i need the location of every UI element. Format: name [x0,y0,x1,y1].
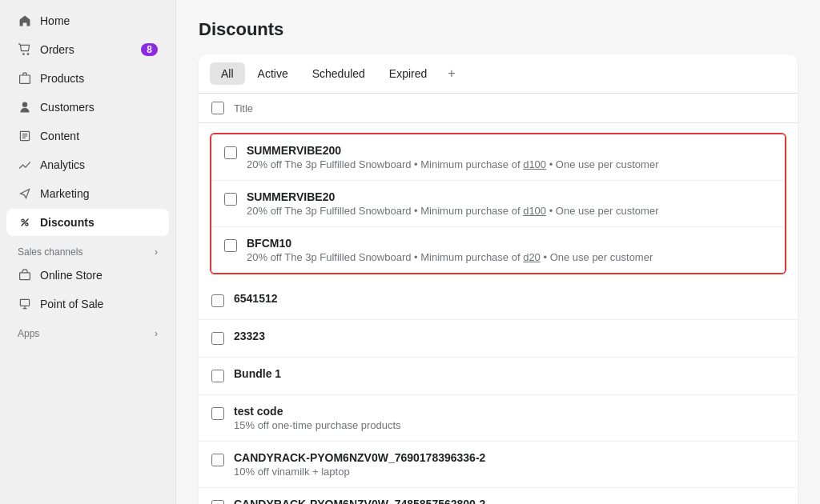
discount-subtitle: 20% off The 3p Fulfilled Snowboard • Min… [247,158,772,170]
row-checkbox-wrap [211,407,224,422]
sidebar-item-content[interactable]: Content [6,122,169,150]
sales-channels-section: Sales channels › [0,237,175,261]
svg-point-3 [26,223,28,226]
chevron-right-icon[interactable]: › [155,246,158,258]
row-checkbox[interactable] [211,407,224,420]
analytics-icon [18,158,32,172]
pos-icon [18,297,32,311]
discount-title[interactable]: CANDYRACK-PYOM6NZV0W_7485857562800-2 [234,498,785,504]
discount-title[interactable]: CANDYRACK-PYOM6NZV0W_7690178396336-2 [234,451,785,464]
row-checkbox[interactable] [211,294,224,307]
row-content: CANDYRACK-PYOM6NZV0W_7485857562800-2 10%… [234,498,785,504]
row-content: CANDYRACK-PYOM6NZV0W_7690178396336-2 10%… [234,451,785,478]
sidebar-item-analytics[interactable]: Analytics [6,151,169,178]
row-checkbox[interactable] [224,146,237,159]
tab-scheduled[interactable]: Scheduled [301,62,376,85]
tabs-bar: All Active Scheduled Expired + [199,54,798,94]
sidebar-item-label: Home [40,14,70,27]
sidebar-item-label: Discounts [40,216,94,229]
row-content: SUMMERVIBE20 20% off The 3p Fulfilled Sn… [247,190,772,217]
orders-icon [18,42,32,57]
chevron-right-icon-apps[interactable]: › [155,328,158,339]
row-checkbox-wrap [211,370,224,385]
orders-badge: 8 [141,43,158,56]
row-checkbox-wrap [224,239,237,254]
row-content: 23323 [234,330,785,344]
discount-subtitle: 20% off The 3p Fulfilled Snowboard • Min… [247,205,772,217]
discount-title[interactable]: BFCM10 [247,237,772,250]
sidebar-item-label: Marketing [40,187,89,200]
sidebar-item-label: Analytics [40,158,85,171]
table-row: test code 15% off one-time purchase prod… [199,395,798,442]
tab-all[interactable]: All [210,62,245,85]
discounts-icon [18,215,32,230]
row-checkbox[interactable] [211,500,224,504]
sidebar-item-label: Customers [40,101,94,114]
svg-rect-5 [20,299,29,306]
discounts-card: All Active Scheduled Expired + Title [199,54,798,504]
tab-active[interactable]: Active [247,62,299,85]
svg-point-2 [22,219,24,222]
discount-subtitle: 20% off The 3p Fulfilled Snowboard • Min… [247,251,772,263]
products-icon [18,71,32,86]
sidebar-item-discounts[interactable]: Discounts [6,209,169,236]
tab-expired[interactable]: Expired [378,62,438,85]
sidebar-item-label: Products [40,72,84,85]
select-all-checkbox[interactable] [211,102,224,114]
row-checkbox[interactable] [211,332,224,345]
discount-title[interactable]: SUMMERVIBE20 [247,190,772,203]
sidebar-item-label: Content [40,130,79,142]
svg-rect-0 [20,75,30,83]
page-title: Discounts [199,19,798,40]
sidebar-item-products[interactable]: Products [6,65,169,92]
row-checkbox-wrap [224,146,237,162]
customers-icon [18,100,32,114]
sidebar-item-label: Orders [40,43,74,56]
row-content: 6541512 [234,292,785,306]
discount-title[interactable]: 6541512 [234,292,785,305]
discount-list: SUMMERVIBE200 20% off The 3p Fulfilled S… [199,123,798,504]
sidebar-item-label: Point of Sale [40,298,103,310]
sidebar-item-home[interactable]: Home [6,7,169,34]
table-row: Bundle 1 [199,358,798,395]
online-store-icon [18,268,32,282]
home-icon [18,14,32,28]
row-checkbox-wrap [211,294,224,310]
table-row: 23323 [199,320,798,358]
row-checkbox[interactable] [224,193,237,206]
row-checkbox[interactable] [224,239,237,252]
row-checkbox-wrap [211,454,224,469]
discount-title[interactable]: 23323 [234,330,785,342]
discount-title[interactable]: Bundle 1 [234,367,785,380]
sidebar-item-orders[interactable]: Orders 8 [6,36,169,63]
discount-title[interactable]: test code [234,405,785,418]
row-checkbox-wrap [224,193,237,208]
table-row: CANDYRACK-PYOM6NZV0W_7690178396336-2 10%… [199,442,798,488]
sidebar-item-label: Online Store [40,269,102,282]
row-content: SUMMERVIBE200 20% off The 3p Fulfilled S… [247,144,772,170]
sidebar-item-pos[interactable]: Point of Sale [6,290,169,318]
table-row: SUMMERVIBE200 20% off The 3p Fulfilled S… [211,134,785,181]
table-row: 6541512 [199,282,798,320]
sidebar-item-marketing[interactable]: Marketing [6,180,169,207]
table-header: Title [199,94,798,123]
apps-section: Apps › [0,318,175,342]
sidebar-item-customers[interactable]: Customers [6,94,169,121]
row-content: Bundle 1 [234,367,785,382]
discount-title[interactable]: SUMMERVIBE200 [247,144,772,157]
marketing-icon [18,186,32,201]
tab-add-button[interactable]: + [440,63,463,84]
main-content: Discounts All Active Scheduled Expired +… [176,0,820,504]
table-row: BFCM10 20% off The 3p Fulfilled Snowboar… [211,227,785,273]
content-icon [18,129,32,143]
row-checkbox[interactable] [211,370,224,382]
sidebar-item-online-store[interactable]: Online Store [6,262,169,289]
highlighted-discount-group: SUMMERVIBE200 20% off The 3p Fulfilled S… [210,133,786,274]
column-title-label: Title [234,102,253,114]
row-content: BFCM10 20% off The 3p Fulfilled Snowboar… [247,237,772,263]
row-checkbox[interactable] [211,454,224,466]
svg-rect-4 [20,273,30,280]
row-content: test code 15% off one-time purchase prod… [234,405,785,431]
discount-subtitle: 15% off one-time purchase products [234,419,785,431]
row-checkbox-wrap [211,500,224,504]
